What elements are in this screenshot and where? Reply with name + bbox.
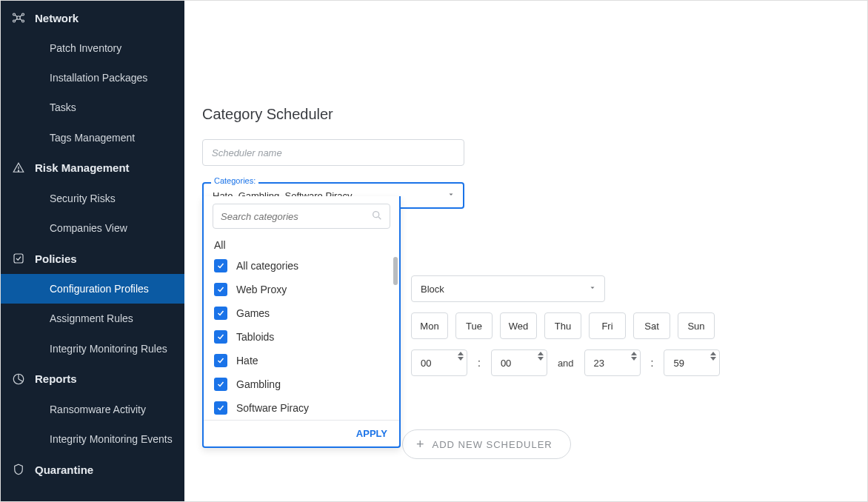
sidebar-title-network: Network xyxy=(35,12,79,24)
sidebar-item-configuration-profiles[interactable]: Configuration Profiles xyxy=(1,274,184,304)
dropdown-item-label: Web Proxy xyxy=(236,284,287,295)
dropdown-scrollbar-thumb[interactable] xyxy=(393,257,398,285)
dropdown-item-software-piracy[interactable]: Software Piracy xyxy=(204,396,399,420)
day-tue[interactable]: Tue xyxy=(455,312,493,339)
time-colon-1: : xyxy=(478,357,481,369)
spin-arrows-icon xyxy=(458,352,464,361)
checkbox-checked-icon xyxy=(214,330,227,344)
checkbox-checked-icon xyxy=(214,401,227,415)
scheduler-name-input[interactable] xyxy=(202,139,464,166)
dropdown-item-all-categories[interactable]: All categories xyxy=(204,254,399,278)
sidebar-item-integrity-monitoring-rules[interactable]: Integrity Monitoring Rules xyxy=(1,334,184,364)
checkbox-checked-icon xyxy=(214,307,227,320)
action-value: Block xyxy=(421,284,444,295)
dropdown-apply-button[interactable]: APPLY xyxy=(204,420,399,446)
checkbox-checked-icon xyxy=(214,259,227,272)
svg-line-7 xyxy=(15,19,17,21)
add-button-label: ADD NEW SCHEDULER xyxy=(433,439,552,450)
dropdown-search-input[interactable] xyxy=(213,204,390,229)
reports-icon xyxy=(11,372,26,386)
dropdown-item-label: Gambling xyxy=(236,378,281,390)
chevron-down-icon xyxy=(588,284,597,295)
dropdown-item-gambling[interactable]: Gambling xyxy=(204,372,399,396)
sidebar-item-assignment-rules[interactable]: Assignment Rules xyxy=(1,304,184,333)
svg-line-8 xyxy=(20,19,22,21)
sidebar-title-quarantine: Quarantine xyxy=(35,463,93,476)
sidebar-item-security-risks[interactable]: Security Risks xyxy=(1,184,184,213)
dropdown-item-hate[interactable]: Hate xyxy=(204,349,399,372)
checkbox-checked-icon xyxy=(214,378,227,391)
risk-icon xyxy=(11,161,26,175)
dropdown-group-label: All xyxy=(204,236,399,254)
svg-point-10 xyxy=(18,170,19,171)
action-select[interactable]: Block xyxy=(411,275,605,302)
policies-icon xyxy=(11,251,26,266)
sidebar-item-companies-view[interactable]: Companies View xyxy=(1,213,184,243)
sidebar-header-reports[interactable]: Reports xyxy=(1,364,184,395)
sidebar-section-network: Network Patch Inventory Installation Pac… xyxy=(1,2,184,153)
and-label: and xyxy=(558,358,574,369)
checkbox-checked-icon xyxy=(214,354,227,367)
day-fri[interactable]: Fri xyxy=(589,312,626,339)
sidebar-item-tasks[interactable]: Tasks xyxy=(1,93,184,122)
dropdown-item-tabloids[interactable]: Tabloids xyxy=(204,325,399,349)
sidebar-header-policies[interactable]: Policies xyxy=(1,243,184,274)
dropdown-list[interactable]: All categories Web Proxy Games Tabloids … xyxy=(204,254,399,420)
svg-line-5 xyxy=(15,15,17,16)
network-icon xyxy=(11,10,26,25)
page-title: Category Scheduler xyxy=(202,106,849,123)
spin-arrows-icon xyxy=(710,352,716,361)
scheduler-name-wrap xyxy=(202,139,849,166)
svg-rect-11 xyxy=(14,254,23,263)
end-minute-spin[interactable]: 59 xyxy=(664,349,720,376)
dropdown-item-web-proxy[interactable]: Web Proxy xyxy=(204,278,399,301)
dropdown-item-games[interactable]: Games xyxy=(204,301,399,325)
main-area: Category Scheduler Categories: Hate, Gam… xyxy=(184,1,867,501)
sidebar-item-patch-inventory[interactable]: Patch Inventory xyxy=(1,33,184,63)
sidebar-section-policies: Policies Configuration Profiles Assignme… xyxy=(1,243,184,364)
days-row: Mon Tue Wed Thu Fri Sat Sun xyxy=(411,312,849,339)
time-colon-2: : xyxy=(651,357,654,369)
spin-arrows-icon xyxy=(538,352,544,361)
end-minute-value: 59 xyxy=(673,358,684,369)
svg-point-0 xyxy=(17,16,21,20)
sidebar-item-tags-management[interactable]: Tags Management xyxy=(1,123,184,153)
sidebar-item-integrity-monitoring-events[interactable]: Integrity Monitoring Events xyxy=(1,424,184,454)
sidebar-header-risk[interactable]: Risk Management xyxy=(1,153,184,184)
start-minute-spin[interactable]: 00 xyxy=(491,349,547,376)
sidebar-header-quarantine[interactable]: Quarantine xyxy=(1,454,184,485)
dropdown-item-label: Software Piracy xyxy=(236,402,309,414)
checkbox-checked-icon xyxy=(214,283,227,296)
dropdown-search-wrap xyxy=(204,196,399,236)
plus-icon: + xyxy=(416,438,425,451)
sidebar-section-quarantine: Quarantine xyxy=(1,454,184,485)
sidebar-section-reports: Reports Ransomware Activity Integrity Mo… xyxy=(1,364,184,454)
day-sun[interactable]: Sun xyxy=(678,312,715,339)
chevron-down-icon xyxy=(447,190,455,201)
end-hour-spin[interactable]: 23 xyxy=(584,349,641,376)
sidebar-title-risk: Risk Management xyxy=(35,161,130,174)
dropdown-item-label: Hate xyxy=(236,355,258,367)
start-minute-value: 00 xyxy=(501,358,511,369)
dropdown-item-label: Games xyxy=(236,307,270,319)
add-new-scheduler-button[interactable]: + ADD NEW SCHEDULER xyxy=(402,429,571,459)
action-days-row: Block xyxy=(411,275,849,302)
sidebar-title-policies: Policies xyxy=(35,252,77,265)
sidebar-item-ransomware-activity[interactable]: Ransomware Activity xyxy=(1,395,184,424)
day-sat[interactable]: Sat xyxy=(633,312,670,339)
end-hour-value: 23 xyxy=(594,358,604,369)
start-hour-spin[interactable]: 00 xyxy=(411,349,467,376)
sidebar-title-reports: Reports xyxy=(35,372,77,385)
sidebar-item-installation-packages[interactable]: Installation Packages xyxy=(1,63,184,93)
day-thu[interactable]: Thu xyxy=(544,312,581,339)
day-wed[interactable]: Wed xyxy=(500,312,537,339)
spin-arrows-icon xyxy=(631,352,637,361)
sidebar-header-network[interactable]: Network xyxy=(1,2,184,33)
day-mon[interactable]: Mon xyxy=(411,312,448,339)
app-root: Network Patch Inventory Installation Pac… xyxy=(1,1,867,501)
start-hour-value: 00 xyxy=(421,358,431,369)
categories-dropdown: All All categories Web Proxy Games Ta xyxy=(202,196,401,448)
svg-line-6 xyxy=(20,15,22,16)
categories-label: Categories: xyxy=(211,176,258,185)
sidebar-section-risk: Risk Management Security Risks Companies… xyxy=(1,153,184,243)
